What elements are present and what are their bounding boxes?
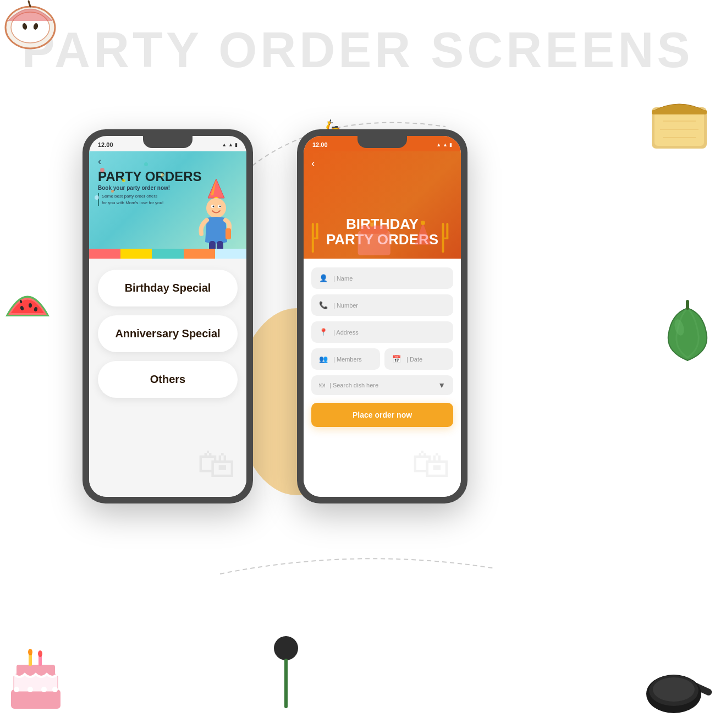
strip-red	[89, 249, 120, 259]
svg-point-40	[213, 206, 215, 207]
svg-rect-47	[314, 238, 318, 239]
svg-rect-52	[442, 223, 444, 253]
svg-point-33	[653, 677, 695, 702]
svg-point-56	[421, 221, 425, 225]
birthday-special-button[interactable]: Birthday Special	[98, 270, 238, 306]
place-order-button[interactable]: Place order now	[311, 403, 453, 427]
address-input[interactable]: 📍 | Address	[311, 321, 453, 343]
others-button[interactable]: Others	[98, 361, 238, 398]
svg-point-25	[28, 687, 33, 692]
svg-line-4	[29, 1, 30, 7]
svg-rect-49	[361, 226, 388, 234]
phone1-desc-line2: for you with Mom's love for you!	[102, 200, 163, 205]
svg-rect-54	[444, 238, 448, 239]
number-input[interactable]: 📞 | Number	[311, 294, 453, 316]
calendar-icon: 📅	[392, 355, 401, 363]
phone2-device: 12.00 ▲ ▲ ▮ ‹	[297, 129, 468, 503]
wifi-icon2: ▲	[436, 142, 441, 147]
wifi-icon: ▲	[222, 142, 227, 147]
phone2-status-icons: ▲ ▲ ▮	[436, 142, 452, 147]
battery-icon2: ▮	[449, 142, 452, 147]
header-food-deco	[304, 220, 461, 259]
phone1-header: ‹ PARTY ORDERS Book your party order now…	[89, 151, 246, 259]
confetti3	[144, 162, 148, 166]
confetti4	[111, 190, 114, 193]
bag-watermark: 🛍	[197, 442, 235, 486]
svg-point-28	[274, 636, 298, 660]
dish-search-left: 🍽 | Search dish here	[319, 382, 378, 388]
svg-rect-42	[226, 228, 231, 239]
svg-point-26	[41, 687, 47, 692]
svg-point-22	[28, 649, 32, 655]
svg-rect-48	[358, 231, 391, 255]
svg-rect-45	[312, 223, 314, 253]
watermelon-decoration	[0, 270, 55, 322]
phone1-device: 12.00 ▲ ▲ ▮ ‹ PARTY ORDERS Book your par…	[82, 129, 253, 503]
spoon-decoration	[270, 634, 302, 711]
person-icon: 👤	[319, 274, 328, 282]
cake-decoration	[0, 640, 72, 717]
signal-icon2: ▲	[443, 142, 448, 147]
bag-watermark2: 🛍	[411, 442, 450, 486]
phone2-back-button[interactable]: ‹	[311, 157, 315, 169]
strip-yellow	[120, 249, 152, 259]
name-input[interactable]: 👤 | Name	[311, 267, 453, 289]
svg-rect-10	[654, 110, 704, 146]
pan-decoration	[644, 662, 715, 717]
party-character	[191, 176, 241, 259]
confetti6	[95, 195, 99, 200]
svg-point-23	[38, 650, 42, 657]
members-date-row: 👥 | Members 📅 | Date	[311, 348, 453, 370]
confetti5	[161, 173, 164, 177]
svg-rect-11	[652, 110, 707, 114]
strip-teal	[152, 249, 183, 259]
date-input[interactable]: 📅 | Date	[384, 348, 453, 370]
number-placeholder: | Number	[333, 302, 358, 309]
svg-point-27	[52, 687, 58, 692]
dropdown-arrow-icon[interactable]: ▼	[438, 381, 446, 390]
dish-icon: 🍽	[319, 382, 325, 388]
apple-decoration	[0, 0, 61, 50]
members-input[interactable]: 👥 | Members	[311, 348, 380, 370]
phones-container: 12.00 ▲ ▲ ▮ ‹ PARTY ORDERS Book your par…	[82, 129, 468, 503]
phone1-notch	[143, 136, 193, 148]
battery-icon: ▮	[235, 142, 238, 147]
confetti2	[122, 179, 125, 182]
phone2-header: ‹	[304, 151, 461, 259]
name-placeholder: | Name	[333, 275, 353, 282]
dish-search-placeholder: | Search dish here	[329, 382, 378, 388]
address-placeholder: | Address	[333, 329, 359, 336]
svg-marker-55	[415, 223, 431, 244]
page-bg-title: PARTY ORDER SCREENS	[22, 22, 694, 79]
phone1-desc-line1: Some best party order offers	[102, 194, 157, 199]
phone-icon: 📞	[319, 301, 328, 309]
header-color-strip	[89, 249, 246, 259]
signal-icon: ▲	[228, 142, 233, 147]
toast-decoration	[644, 91, 715, 151]
anniversary-special-button[interactable]: Anniversary Special	[98, 315, 238, 352]
phone1-status-icons: ▲ ▲ ▮	[222, 142, 238, 147]
svg-rect-17	[11, 689, 61, 709]
bottom-dashed-curve	[165, 541, 550, 585]
phone2-screen: 12.00 ▲ ▲ ▮ ‹	[304, 136, 461, 497]
dish-search-input[interactable]: 🍽 | Search dish here ▼	[311, 375, 453, 395]
svg-marker-34	[208, 179, 224, 198]
members-placeholder: | Members	[333, 356, 362, 363]
members-icon: 👥	[319, 355, 328, 363]
svg-rect-46	[316, 223, 318, 239]
svg-rect-29	[284, 659, 288, 708]
phone1-back-button[interactable]: ‹	[98, 156, 238, 167]
phone2-time: 12.00	[312, 141, 328, 148]
location-icon: 📍	[319, 328, 328, 336]
svg-rect-20	[29, 654, 32, 666]
date-placeholder: | Date	[406, 356, 422, 363]
svg-rect-15	[686, 300, 689, 310]
svg-point-37	[206, 198, 226, 218]
svg-point-41	[219, 206, 221, 207]
svg-point-24	[14, 687, 19, 692]
phone1-screen: 12.00 ▲ ▲ ▮ ‹ PARTY ORDERS Book your par…	[89, 136, 246, 497]
strip-orange	[184, 249, 215, 259]
confetti1	[100, 168, 105, 172]
svg-point-6	[29, 303, 32, 308]
strip-blue	[215, 249, 246, 259]
